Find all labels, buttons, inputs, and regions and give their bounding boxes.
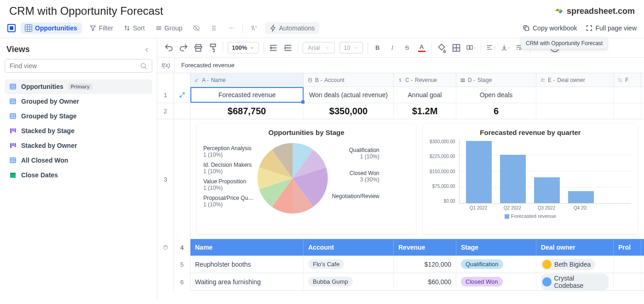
font-size-selector[interactable]: 10 [339, 42, 362, 53]
copy-workbook-button[interactable]: Copy workbook [523, 24, 577, 32]
view-item-grouped-by-owner[interactable]: Grouped by Owner [5, 94, 152, 109]
pie-chart-opportunities-by-stage[interactable]: Opportunities by Stage Perception Analys… [197, 124, 416, 234]
table-row[interactable]: 6Waiting area furnishingBubba Gump$60,00… [157, 273, 644, 291]
undo-button[interactable] [164, 43, 174, 53]
summary-value-row: 2 $687,750 $350,000 $1.2M 6 [157, 103, 644, 119]
increase-indent-button[interactable] [283, 43, 293, 53]
formula-bar[interactable]: f(x) Forecasted revenue [157, 58, 644, 73]
svg-rect-8 [10, 114, 16, 119]
svg-point-35 [164, 246, 167, 247]
grid-icon [25, 24, 32, 32]
key-icon [194, 77, 200, 83]
title-tooltip: CRM with Opportunity Forecast [521, 37, 608, 49]
tab-opportunities[interactable]: Opportunities [20, 23, 82, 34]
title-bar: CRM with Opportunity Forecast spreadshee… [0, 0, 644, 20]
view-item-all-closed-won[interactable]: All Closed Won [5, 153, 152, 168]
svg-point-33 [619, 78, 620, 79]
bar [466, 141, 492, 203]
decrease-indent-button[interactable] [268, 43, 278, 53]
view-item-stacked-by-stage[interactable]: Stacked by Stage [5, 123, 152, 138]
data-table-header: 4 Name Account Revenue Stage Deal owner … [157, 239, 644, 256]
more-view-options-button[interactable] [225, 23, 238, 34]
svg-point-34 [621, 81, 622, 82]
group-button[interactable]: Group [152, 23, 185, 34]
sort-button[interactable]: Sort [121, 23, 148, 34]
svg-rect-13 [12, 143, 14, 146]
filter-button[interactable]: Filter [86, 23, 116, 34]
col-header-d[interactable]: D - Stage [456, 73, 536, 87]
svg-point-26 [195, 80, 197, 82]
list-icon [460, 77, 466, 83]
fill-color-button[interactable] [437, 43, 447, 53]
table-row[interactable]: 5Reupholster boothsFlo's Cafe$120,000Qua… [157, 256, 644, 273]
svg-rect-21 [470, 46, 472, 49]
view-item-opportunities[interactable]: OpportunitiesPrimary [5, 79, 152, 94]
avatar [542, 277, 552, 286]
view-item-stacked-by-owner[interactable]: Stacked by Owner [5, 138, 152, 153]
bar-chart-forecasted-revenue[interactable]: Forecasted revenue by quarter $300,000.0… [423, 124, 638, 234]
svg-point-0 [229, 28, 230, 29]
svg-rect-12 [10, 143, 12, 148]
zoom-selector[interactable]: 100% [228, 42, 259, 53]
print-button[interactable] [193, 43, 203, 53]
svg-rect-6 [10, 84, 16, 89]
hide-fields-button[interactable] [190, 23, 203, 34]
spreadsheet-main: CRM with Opportunity Forecast 100% Arial… [157, 38, 644, 301]
users-icon [540, 77, 546, 83]
bold-button[interactable]: B [373, 43, 383, 53]
view-item-close-dates[interactable]: Close Dates [5, 168, 152, 182]
svg-point-32 [544, 79, 545, 80]
brand-logo[interactable]: spreadsheet.com [554, 6, 635, 16]
full-page-view-button[interactable]: Full page view [586, 24, 637, 32]
italic-button[interactable]: I [387, 43, 397, 53]
svg-rect-11 [14, 129, 16, 133]
col-header-b[interactable]: B - Account [304, 73, 394, 87]
redo-button[interactable] [178, 43, 189, 53]
percent-icon [617, 77, 623, 83]
svg-point-5 [141, 64, 145, 68]
db-icon [307, 77, 313, 83]
share-button[interactable] [247, 23, 260, 34]
col-header-e[interactable]: E - Deal owner [536, 73, 614, 87]
svg-point-31 [541, 78, 543, 80]
col-header-a[interactable]: A - Name [190, 73, 304, 87]
automations-button[interactable]: Automations [265, 22, 320, 34]
svg-rect-9 [10, 129, 12, 134]
text-color-button[interactable]: A [417, 43, 427, 53]
search-icon [140, 62, 147, 70]
brand-icon [554, 6, 564, 16]
svg-rect-17 [10, 173, 16, 174]
collapse-sidebar-icon[interactable] [143, 46, 150, 53]
pie-chart-icon [253, 139, 332, 217]
svg-rect-15 [10, 158, 16, 163]
expand-row-icon[interactable] [174, 87, 190, 103]
font-family-selector[interactable]: Arial [303, 42, 335, 53]
views-heading: Views [6, 45, 30, 54]
svg-rect-30 [461, 81, 465, 82]
fx-label: f(x) [157, 58, 175, 73]
avatar [542, 260, 552, 269]
svg-point-1 [231, 28, 232, 29]
find-view-input[interactable] [5, 59, 152, 73]
svg-rect-20 [467, 46, 469, 49]
view-item-grouped-by-stage[interactable]: Grouped by Stage [5, 109, 152, 123]
borders-button[interactable] [451, 43, 461, 53]
col-header-f[interactable]: F [614, 73, 641, 87]
vertical-align-button[interactable] [500, 43, 511, 53]
dollar-icon [397, 77, 403, 83]
merge-cells-button[interactable] [466, 43, 476, 53]
row-height-button[interactable] [207, 23, 220, 34]
paint-format-button[interactable] [208, 43, 218, 53]
fx-value[interactable]: Forecasted revenue [175, 62, 241, 69]
bar [568, 191, 594, 203]
expand-sidebar-icon[interactable] [7, 24, 16, 32]
horizontal-align-button[interactable] [486, 43, 496, 53]
cell-a1-selected[interactable]: Forecasted revenue [190, 87, 304, 103]
summary-label-row: 1 Forecasted revenue Won deals (actual r… [157, 87, 644, 103]
strikethrough-button[interactable]: S [402, 43, 412, 53]
workbook-title: CRM with Opportunity Forecast [9, 5, 163, 18]
bar [534, 177, 560, 203]
col-header-c[interactable]: C - Revenue [394, 73, 456, 87]
views-sidebar: Views OpportunitiesPrimaryGrouped by Own… [0, 38, 157, 301]
db-icon [163, 245, 168, 250]
